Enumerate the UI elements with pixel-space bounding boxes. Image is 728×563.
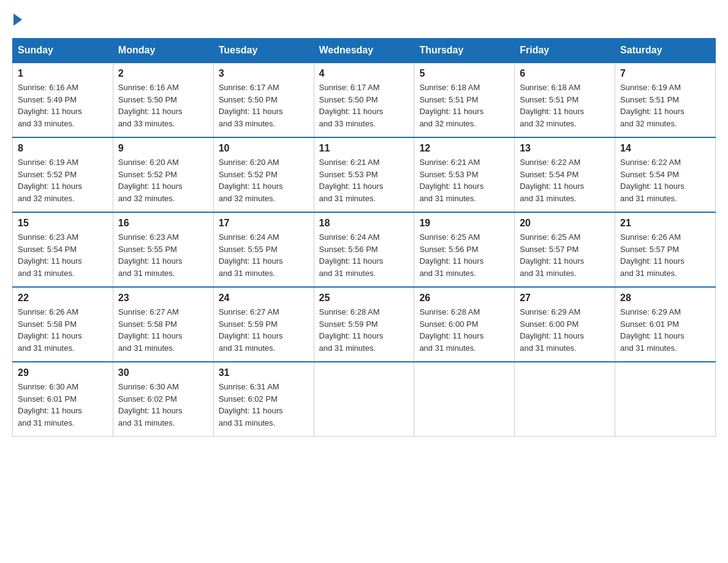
day-cell: 25Sunrise: 6:28 AMSunset: 5:59 PMDayligh… (314, 287, 414, 362)
day-number: 22 (18, 293, 108, 304)
day-info: Sunrise: 6:26 AMSunset: 5:58 PMDaylight:… (18, 306, 108, 354)
day-info: Sunrise: 6:18 AMSunset: 5:51 PMDaylight:… (419, 82, 509, 129)
day-info: Sunrise: 6:30 AMSunset: 6:01 PMDaylight:… (18, 381, 108, 429)
day-number: 16 (118, 218, 208, 229)
day-number: 10 (219, 143, 309, 154)
day-info: Sunrise: 6:19 AMSunset: 5:52 PMDaylight:… (18, 156, 108, 204)
day-number: 28 (620, 293, 710, 304)
day-info: Sunrise: 6:27 AMSunset: 5:59 PMDaylight:… (219, 306, 309, 354)
day-number: 12 (419, 143, 509, 154)
day-info: Sunrise: 6:24 AMSunset: 5:56 PMDaylight:… (319, 231, 409, 279)
day-cell: 21Sunrise: 6:26 AMSunset: 5:57 PMDayligh… (615, 212, 716, 287)
day-cell: 5Sunrise: 6:18 AMSunset: 5:51 PMDaylight… (414, 63, 515, 137)
day-info: Sunrise: 6:24 AMSunset: 5:55 PMDaylight:… (219, 231, 309, 279)
day-cell: 28Sunrise: 6:29 AMSunset: 6:01 PMDayligh… (615, 287, 716, 362)
day-cell: 11Sunrise: 6:21 AMSunset: 5:53 PMDayligh… (314, 137, 414, 212)
day-cell: 4Sunrise: 6:17 AMSunset: 5:50 PMDaylight… (314, 63, 414, 137)
day-info: Sunrise: 6:20 AMSunset: 5:52 PMDaylight:… (219, 156, 309, 204)
day-info: Sunrise: 6:31 AMSunset: 6:02 PMDaylight:… (219, 381, 309, 429)
day-info: Sunrise: 6:16 AMSunset: 5:50 PMDaylight:… (118, 82, 208, 129)
day-cell: 10Sunrise: 6:20 AMSunset: 5:52 PMDayligh… (213, 137, 314, 212)
day-number: 30 (118, 367, 208, 378)
day-number: 4 (319, 68, 409, 79)
day-number: 26 (419, 293, 509, 304)
day-number: 11 (319, 143, 409, 154)
page-header (12, 12, 716, 26)
day-info: Sunrise: 6:22 AMSunset: 5:54 PMDaylight:… (620, 156, 710, 204)
day-cell (515, 362, 615, 437)
day-cell: 1Sunrise: 6:16 AMSunset: 5:49 PMDaylight… (13, 63, 113, 137)
week-row-4: 22Sunrise: 6:26 AMSunset: 5:58 PMDayligh… (13, 287, 716, 362)
week-row-1: 1Sunrise: 6:16 AMSunset: 5:49 PMDaylight… (13, 63, 716, 137)
day-cell: 7Sunrise: 6:19 AMSunset: 5:51 PMDaylight… (615, 63, 716, 137)
day-cell: 19Sunrise: 6:25 AMSunset: 5:56 PMDayligh… (414, 212, 515, 287)
day-number: 15 (18, 218, 108, 229)
day-info: Sunrise: 6:25 AMSunset: 5:56 PMDaylight:… (419, 231, 509, 279)
day-cell: 22Sunrise: 6:26 AMSunset: 5:58 PMDayligh… (13, 287, 113, 362)
day-cell: 13Sunrise: 6:22 AMSunset: 5:54 PMDayligh… (515, 137, 615, 212)
day-cell (615, 362, 716, 437)
day-number: 27 (520, 293, 610, 304)
day-number: 14 (620, 143, 710, 154)
day-info: Sunrise: 6:16 AMSunset: 5:49 PMDaylight:… (18, 82, 108, 129)
day-number: 21 (620, 218, 710, 229)
week-row-5: 29Sunrise: 6:30 AMSunset: 6:01 PMDayligh… (13, 362, 716, 437)
day-number: 2 (118, 68, 208, 79)
header-cell-thursday: Thursday (414, 39, 515, 63)
day-cell: 27Sunrise: 6:29 AMSunset: 6:00 PMDayligh… (515, 287, 615, 362)
day-cell (314, 362, 414, 437)
day-number: 24 (219, 293, 309, 304)
day-cell: 29Sunrise: 6:30 AMSunset: 6:01 PMDayligh… (13, 362, 113, 437)
week-row-2: 8Sunrise: 6:19 AMSunset: 5:52 PMDaylight… (13, 137, 716, 212)
day-number: 9 (118, 143, 208, 154)
header-cell-monday: Monday (113, 39, 213, 63)
day-info: Sunrise: 6:20 AMSunset: 5:52 PMDaylight:… (118, 156, 208, 204)
day-cell: 16Sunrise: 6:23 AMSunset: 5:55 PMDayligh… (113, 212, 213, 287)
day-info: Sunrise: 6:21 AMSunset: 5:53 PMDaylight:… (419, 156, 509, 204)
day-info: Sunrise: 6:19 AMSunset: 5:51 PMDaylight:… (620, 82, 710, 129)
day-cell: 24Sunrise: 6:27 AMSunset: 5:59 PMDayligh… (213, 287, 314, 362)
day-number: 23 (118, 293, 208, 304)
day-number: 13 (520, 143, 610, 154)
day-info: Sunrise: 6:28 AMSunset: 5:59 PMDaylight:… (319, 306, 409, 354)
day-cell: 17Sunrise: 6:24 AMSunset: 5:55 PMDayligh… (213, 212, 314, 287)
day-number: 1 (18, 68, 108, 79)
day-number: 8 (18, 143, 108, 154)
day-info: Sunrise: 6:27 AMSunset: 5:58 PMDaylight:… (118, 306, 208, 354)
week-row-3: 15Sunrise: 6:23 AMSunset: 5:54 PMDayligh… (13, 212, 716, 287)
day-cell: 3Sunrise: 6:17 AMSunset: 5:50 PMDaylight… (213, 63, 314, 137)
day-number: 31 (219, 367, 309, 378)
day-info: Sunrise: 6:29 AMSunset: 6:00 PMDaylight:… (520, 306, 610, 354)
day-info: Sunrise: 6:22 AMSunset: 5:54 PMDaylight:… (520, 156, 610, 204)
day-cell: 31Sunrise: 6:31 AMSunset: 6:02 PMDayligh… (213, 362, 314, 437)
day-cell (414, 362, 515, 437)
day-number: 25 (319, 293, 409, 304)
day-cell: 20Sunrise: 6:25 AMSunset: 5:57 PMDayligh… (515, 212, 615, 287)
day-info: Sunrise: 6:17 AMSunset: 5:50 PMDaylight:… (219, 82, 309, 129)
day-info: Sunrise: 6:21 AMSunset: 5:53 PMDaylight:… (319, 156, 409, 204)
logo (12, 12, 22, 26)
header-cell-sunday: Sunday (13, 39, 113, 63)
day-cell: 6Sunrise: 6:18 AMSunset: 5:51 PMDaylight… (515, 63, 615, 137)
day-cell: 8Sunrise: 6:19 AMSunset: 5:52 PMDaylight… (13, 137, 113, 212)
day-cell: 30Sunrise: 6:30 AMSunset: 6:02 PMDayligh… (113, 362, 213, 437)
day-cell: 2Sunrise: 6:16 AMSunset: 5:50 PMDaylight… (113, 63, 213, 137)
day-number: 19 (419, 218, 509, 229)
calendar-table: SundayMondayTuesdayWednesdayThursdayFrid… (12, 38, 716, 437)
calendar-header: SundayMondayTuesdayWednesdayThursdayFrid… (13, 39, 716, 63)
day-number: 3 (219, 68, 309, 79)
day-number: 29 (18, 367, 108, 378)
header-cell-friday: Friday (515, 39, 615, 63)
day-number: 6 (520, 68, 610, 79)
day-info: Sunrise: 6:26 AMSunset: 5:57 PMDaylight:… (620, 231, 710, 279)
day-info: Sunrise: 6:25 AMSunset: 5:57 PMDaylight:… (520, 231, 610, 279)
header-cell-saturday: Saturday (615, 39, 716, 63)
day-cell: 9Sunrise: 6:20 AMSunset: 5:52 PMDaylight… (113, 137, 213, 212)
day-cell: 12Sunrise: 6:21 AMSunset: 5:53 PMDayligh… (414, 137, 515, 212)
day-number: 18 (319, 218, 409, 229)
day-info: Sunrise: 6:29 AMSunset: 6:01 PMDaylight:… (620, 306, 710, 354)
day-number: 7 (620, 68, 710, 79)
day-cell: 15Sunrise: 6:23 AMSunset: 5:54 PMDayligh… (13, 212, 113, 287)
day-cell: 23Sunrise: 6:27 AMSunset: 5:58 PMDayligh… (113, 287, 213, 362)
day-cell: 18Sunrise: 6:24 AMSunset: 5:56 PMDayligh… (314, 212, 414, 287)
